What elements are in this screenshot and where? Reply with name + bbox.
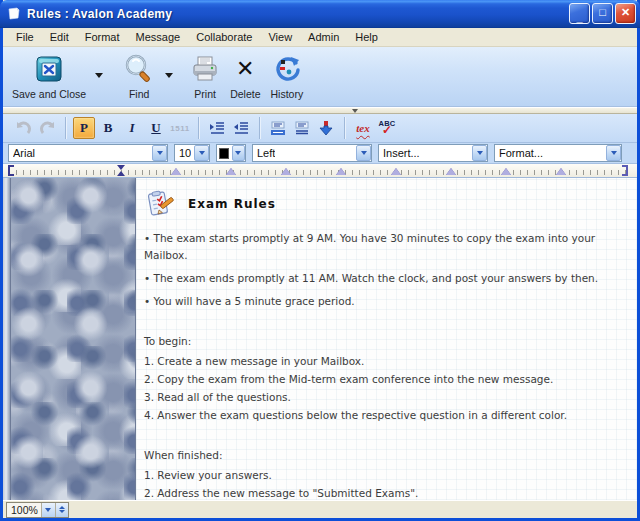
insert-select[interactable]: Insert... bbox=[378, 144, 488, 162]
caret-down-icon bbox=[232, 145, 245, 161]
history-label: History bbox=[271, 88, 304, 100]
find-label: Find bbox=[129, 88, 149, 100]
caret-down-icon bbox=[152, 145, 167, 161]
status-bar: 100% bbox=[3, 500, 637, 518]
format-select[interactable]: Format... bbox=[494, 144, 622, 162]
unquote-format-button[interactable] bbox=[291, 117, 313, 139]
insert-file-button[interactable] bbox=[315, 117, 337, 139]
minimize-button[interactable]: _ bbox=[569, 3, 590, 24]
font-row: Arial 10 Left Insert... Format... bbox=[3, 143, 637, 164]
caret-down-icon bbox=[194, 145, 209, 161]
underline-button[interactable]: U bbox=[145, 117, 167, 139]
delete-x-icon: ✕ bbox=[236, 58, 254, 80]
find-button[interactable]: Find bbox=[117, 50, 161, 102]
maximize-button[interactable]: □ bbox=[592, 3, 613, 24]
save-and-close-dropdown[interactable] bbox=[91, 58, 107, 92]
indent-right-icon bbox=[209, 121, 225, 135]
when-finished-step: 1. Review your answers. bbox=[144, 466, 631, 484]
bold-button[interactable]: B bbox=[97, 117, 119, 139]
unquote-block-icon bbox=[294, 121, 310, 136]
italic-button[interactable]: I bbox=[121, 117, 143, 139]
tab-stop-marker[interactable] bbox=[281, 168, 291, 175]
menu-help[interactable]: Help bbox=[347, 29, 386, 45]
spinner-up-icon bbox=[59, 506, 65, 509]
menu-view[interactable]: View bbox=[260, 29, 300, 45]
menu-admin[interactable]: Admin bbox=[300, 29, 347, 45]
format-toolbar: P B I U 1511 bbox=[3, 114, 637, 143]
ruler[interactable] bbox=[3, 164, 637, 178]
left-margin-marker[interactable] bbox=[8, 165, 14, 176]
tab-stop-marker[interactable] bbox=[446, 168, 456, 175]
close-button[interactable]: ✕ bbox=[615, 3, 636, 24]
signature-tex-icon: tex bbox=[356, 122, 369, 134]
to-begin-step: 2. Copy the exam from the Mid-term exam … bbox=[144, 370, 631, 388]
tab-stop-marker[interactable] bbox=[171, 168, 181, 175]
spinner-down-icon bbox=[59, 510, 65, 513]
tab-stop-marker[interactable] bbox=[501, 168, 511, 175]
font-color-select[interactable] bbox=[216, 144, 246, 162]
document-text-area[interactable]: Exam Rules • The exam starts promptly at… bbox=[136, 178, 637, 500]
right-margin-marker[interactable] bbox=[622, 165, 628, 176]
signature-button[interactable]: tex bbox=[352, 117, 374, 139]
printer-icon bbox=[190, 54, 220, 84]
to-begin-step: 1. Create a new message in your Mailbox. bbox=[144, 352, 631, 370]
history-icon bbox=[272, 54, 302, 84]
save-window-icon bbox=[33, 53, 65, 85]
to-begin-step: 4. Answer the exam questions below the r… bbox=[144, 406, 631, 424]
alignment-select[interactable]: Left bbox=[252, 144, 372, 162]
toolbar-divider bbox=[344, 117, 345, 139]
zoom-spinner[interactable] bbox=[55, 503, 68, 517]
spellcheck-button[interactable]: ABC ✓ bbox=[376, 117, 398, 139]
caret-down-icon bbox=[45, 508, 51, 512]
caret-down-icon bbox=[472, 145, 487, 161]
find-dropdown[interactable] bbox=[161, 58, 177, 92]
toolbar-overflow-caret-icon[interactable] bbox=[352, 109, 358, 113]
zoom-control[interactable]: 100% bbox=[6, 502, 69, 518]
redo-button[interactable] bbox=[36, 117, 58, 139]
save-and-close-label: Save and Close bbox=[12, 88, 86, 100]
left-edge-strip bbox=[3, 178, 10, 500]
save-and-close-button[interactable]: Save and Close bbox=[7, 50, 91, 102]
font-size-select[interactable]: 10 bbox=[174, 144, 210, 162]
caret-down-icon bbox=[165, 73, 173, 78]
menu-collaborate[interactable]: Collaborate bbox=[188, 29, 260, 45]
indent-left-icon bbox=[233, 121, 249, 135]
delete-button[interactable]: ✕ Delete bbox=[225, 50, 265, 102]
undo-icon bbox=[15, 121, 32, 136]
ruler-ticks bbox=[9, 170, 629, 175]
print-label: Print bbox=[194, 88, 216, 100]
zoom-dropdown-button[interactable] bbox=[41, 503, 55, 517]
menu-edit[interactable]: Edit bbox=[42, 29, 77, 45]
app-window: Rules : Avalon Academy _ □ ✕ File Edit F… bbox=[0, 0, 640, 521]
decrease-indent-button[interactable] bbox=[230, 117, 252, 139]
spellcheck-abc-icon: ABC ✓ bbox=[378, 120, 395, 137]
menu-file[interactable]: File bbox=[8, 29, 42, 45]
rule-bullet: • The exam starts promptly at 9 AM. You … bbox=[144, 230, 631, 264]
undo-button[interactable] bbox=[12, 117, 34, 139]
caret-down-icon bbox=[606, 145, 621, 161]
to-begin-step: 3. Read all of the questions. bbox=[144, 388, 631, 406]
increase-indent-button[interactable] bbox=[206, 117, 228, 139]
marble-texture-panel bbox=[10, 178, 136, 500]
when-finished-step: 2. Address the new message to "Submitted… bbox=[144, 484, 631, 500]
menu-message[interactable]: Message bbox=[128, 29, 189, 45]
history-button[interactable]: History bbox=[266, 50, 309, 102]
tab-stop-marker[interactable] bbox=[336, 168, 346, 175]
magnifier-icon bbox=[122, 52, 156, 86]
color-swatch bbox=[219, 148, 229, 159]
tab-stop-marker[interactable] bbox=[391, 168, 401, 175]
tab-stop-marker[interactable] bbox=[226, 168, 236, 175]
fixed-font-button[interactable]: 1511 bbox=[169, 117, 191, 139]
rule-bullet: • You will have a 5 minute grace period. bbox=[144, 293, 631, 310]
print-button[interactable]: Print bbox=[185, 50, 225, 102]
page-title: Exam Rules bbox=[188, 197, 276, 211]
toolbar-divider bbox=[259, 117, 260, 139]
menu-format[interactable]: Format bbox=[77, 29, 128, 45]
font-family-select[interactable]: Arial bbox=[8, 144, 168, 162]
toolbar-separator bbox=[3, 107, 637, 114]
plain-style-button[interactable]: P bbox=[73, 117, 95, 139]
indent-marker[interactable] bbox=[117, 165, 126, 177]
tab-stop-marker[interactable] bbox=[556, 168, 566, 175]
toolbar-divider bbox=[198, 117, 199, 139]
quote-format-button[interactable] bbox=[267, 117, 289, 139]
